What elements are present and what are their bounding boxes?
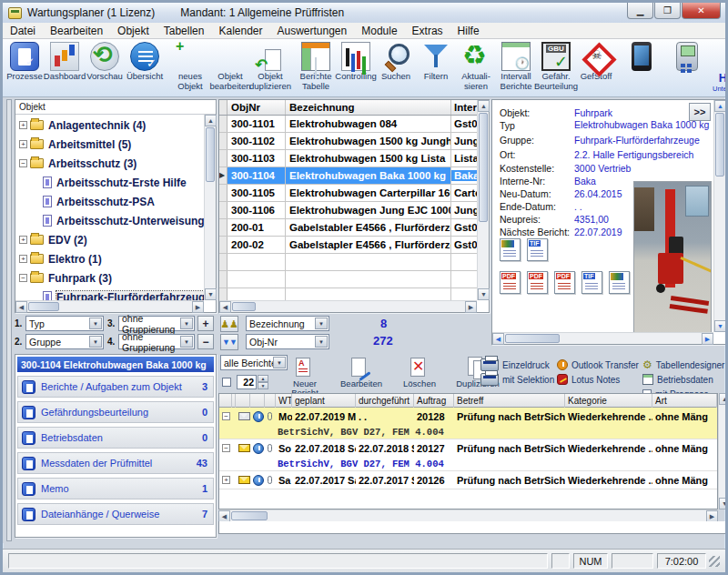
table-row[interactable]: 300-1105Elektrohubwagen Carterpillar 160… <box>219 185 477 202</box>
object-panel-item[interactable]: Messdaten der Prüfmittel43 <box>17 452 214 474</box>
attachment-tif-icon[interactable] <box>581 271 602 294</box>
calendar-week-checkbox[interactable] <box>222 378 231 387</box>
table-row[interactable]: 200-01Gabelstabler E4566 , Flurförderzeu… <box>219 219 477 237</box>
scroll-left-arrow[interactable]: ◀ <box>15 301 27 313</box>
tree-item[interactable]: +Anlagentechnik (4) <box>15 116 204 135</box>
filter3-select[interactable]: ohne Gruppierung▼ <box>118 316 195 331</box>
maximize-button[interactable]: ❐ <box>654 3 681 19</box>
attachment-pdf-icon[interactable] <box>554 271 575 294</box>
toolbar-button-dashboard[interactable]: Dashboard <box>45 41 85 82</box>
chevron-down-icon[interactable]: ▼ <box>315 318 328 329</box>
attachment-img-icon[interactable] <box>609 271 630 294</box>
resize-grip[interactable] <box>709 556 720 567</box>
scroll-left-arrow[interactable]: ◀ <box>219 301 231 313</box>
report-button-loeschen[interactable]: Löschen <box>391 356 448 388</box>
scroll-thumb[interactable] <box>232 302 256 311</box>
toolbar-button-gefaehr-beurteilung[interactable]: Gefähr. Beurteilung <box>536 41 576 91</box>
calendar-week-spinner[interactable]: 22 ▲▼ <box>237 375 268 389</box>
org-tree-button[interactable]: ♟♟ <box>220 316 238 332</box>
row-selector[interactable] <box>219 167 228 184</box>
report-column-header-wt[interactable]: WT <box>276 394 292 408</box>
filter4-select[interactable]: ohne Gruppierung▼ <box>118 334 195 349</box>
expand-icon[interactable]: + <box>19 236 27 244</box>
scroll-thumb[interactable] <box>479 113 488 222</box>
row-selector[interactable] <box>219 133 228 149</box>
menu-item-datei[interactable]: Datei <box>3 24 43 38</box>
scroll-thumb[interactable] <box>28 302 59 311</box>
reports-vertical-scrollbar[interactable]: ▲ ▼ <box>718 393 728 509</box>
reports-horizontal-scrollbar[interactable]: ◀ ▶ <box>218 509 718 521</box>
toolbar-button-controlling[interactable]: Controlling <box>336 41 376 82</box>
count-field2-select[interactable]: Obj-Nr▼ <box>246 334 329 349</box>
expand-icon[interactable]: + <box>222 476 230 484</box>
report-row[interactable]: −Mo22.07.2019 Mo. .20128Prüfung nach Bet… <box>219 408 717 439</box>
expand-icon[interactable]: + <box>19 121 27 129</box>
scroll-up-arrow[interactable]: ▲ <box>719 393 728 405</box>
report-button-neuer-bericht[interactable]: Neuer Bericht <box>277 356 333 398</box>
scroll-up-arrow[interactable]: ▲ <box>478 100 490 112</box>
report-column-header-durchgefhrt[interactable]: durchgeführt <box>356 394 414 408</box>
menu-item-auswertungen[interactable]: Auswertungen <box>270 24 355 38</box>
object-panel-item[interactable]: Betriebsdaten0 <box>17 427 214 449</box>
filter1-select[interactable]: Typ▼ <box>25 316 104 331</box>
toolbar-button-gefstoff[interactable]: GefStoff <box>576 41 616 82</box>
toolbar-button-objekt-bearbeiten[interactable]: Objekt bearbeiten <box>210 41 250 91</box>
row-selector[interactable] <box>219 219 228 236</box>
menu-item-bearbeiten[interactable]: Bearbeiten <box>43 24 110 38</box>
scroll-right-arrow[interactable]: ▶ <box>192 301 204 313</box>
report-column-header-geplant[interactable]: geplant <box>292 394 356 408</box>
toolbar-button-handheld[interactable] <box>667 41 707 72</box>
details-horizontal-scrollbar[interactable]: ◀ ▶ <box>492 332 713 344</box>
count-field1-select[interactable]: Bezeichnung▼ <box>246 316 329 331</box>
link-tabellendesigner[interactable]: ⚙Tabellendesigner <box>642 358 724 372</box>
collapsed-splitter[interactable] <box>3 97 15 543</box>
scroll-right-arrow[interactable]: ▶ <box>465 301 477 313</box>
chevron-down-icon[interactable]: ▼ <box>315 336 328 348</box>
scroll-down-arrow[interactable]: ▼ <box>478 288 490 300</box>
toolbar-button-vorschau[interactable]: Vorschau <box>85 41 125 82</box>
scroll-down-arrow[interactable]: ▼ <box>205 288 217 300</box>
report-row[interactable]: +Sa22.07.2017 Sa22.07.2017 Sa20126Prüfun… <box>219 471 717 489</box>
filter2-select[interactable]: Gruppe▼ <box>25 334 104 349</box>
row-selector[interactable] <box>219 150 228 166</box>
menu-item-tabellen[interactable]: Tabellen <box>157 24 212 38</box>
tree-item[interactable]: Arbeitsschutz-PSA <box>15 192 204 211</box>
remove-grouping-button[interactable]: − <box>197 334 214 349</box>
table-row[interactable]: 300-1102Elektrohubwagen 1500 kg JungheiJ… <box>219 133 477 150</box>
expand-details-button[interactable]: >> <box>689 103 711 121</box>
row-selector[interactable] <box>219 202 228 218</box>
menu-item-extras[interactable]: Extras <box>405 24 450 38</box>
report-column-header-auftrag[interactable]: Auftrag <box>414 394 454 408</box>
tree-item[interactable]: Arbeitsschutz-Unterweisungen <box>15 211 204 230</box>
toolbar-button-suchen[interactable]: Suchen <box>376 41 416 82</box>
tree-item[interactable]: +Arbeitsmittel (5) <box>15 135 204 154</box>
object-panel-item[interactable]: Dateianhänge / Querweise7 <box>17 503 214 525</box>
collapse-icon[interactable]: − <box>19 159 27 167</box>
attachment-pdf-icon[interactable] <box>500 271 521 294</box>
chevron-down-icon[interactable]: ▼ <box>180 336 193 348</box>
collapse-icon[interactable]: − <box>222 444 230 452</box>
menu-item-objekt[interactable]: Objekt <box>110 24 157 38</box>
tree-item[interactable]: +EDV (2) <box>15 230 204 249</box>
tree-vertical-scrollbar[interactable]: ▲ ▼ <box>204 115 216 300</box>
table-row[interactable]: 300-1103Elektrohubwagen 1500 kg ListaLis… <box>219 150 477 167</box>
scroll-up-arrow[interactable]: ▲ <box>205 115 217 126</box>
object-panel-item[interactable]: Gefährdungsbeurteilung0 <box>17 401 214 423</box>
details-vertical-scrollbar[interactable]: ▲ ▼ <box>713 100 725 332</box>
table-row[interactable]: 300-1104Elektrohubwagen Baka 1000 kgBaka <box>219 167 477 185</box>
object-panel-item[interactable]: Memo1 <box>17 478 214 499</box>
spinner-down-arrow[interactable]: ▼ <box>258 382 268 389</box>
close-button[interactable]: ✕ <box>682 3 721 19</box>
menu-item-module[interactable]: Module <box>354 24 404 38</box>
attachment-pdf-icon[interactable] <box>527 271 548 294</box>
minimize-button[interactable]: ▁ <box>627 3 653 19</box>
toolbar-button-uebersicht[interactable]: Übersicht <box>125 41 165 82</box>
toolbar-button-intervall-berichte[interactable]: Intervall Berichte <box>496 41 536 91</box>
table-row[interactable]: 300-1101Elektrohubwagen 084Gst0 <box>219 116 477 133</box>
scroll-down-arrow[interactable]: ▼ <box>719 498 728 509</box>
tree-item[interactable]: Fuhrpark-Flurförderfahrzeuge <box>15 288 204 300</box>
scroll-right-arrow[interactable]: ▶ <box>702 333 713 345</box>
tree-item[interactable]: −Arbeitsschutz (3) <box>15 154 204 173</box>
attachment-img-icon[interactable] <box>500 238 521 261</box>
collapse-button[interactable]: ▼▼ <box>220 334 238 350</box>
